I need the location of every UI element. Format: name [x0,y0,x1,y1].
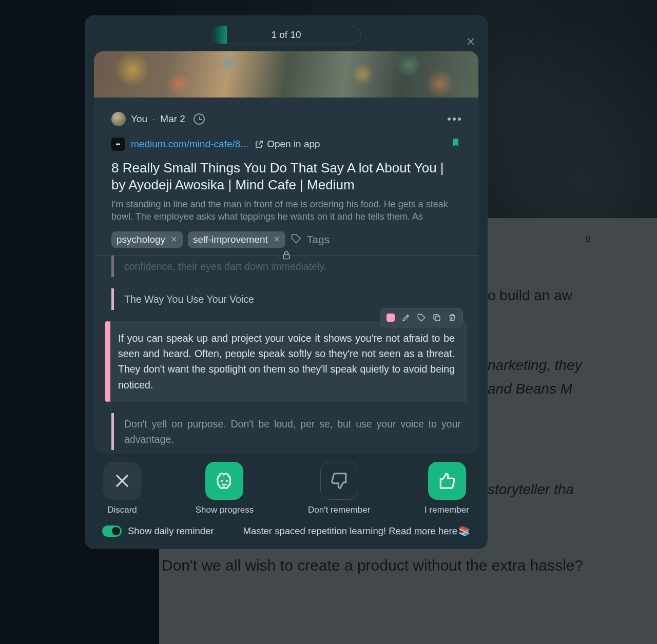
pencil-icon [401,313,411,322]
close-button[interactable] [465,36,476,47]
dont-remember-label: Don't remember [308,505,370,515]
show-progress-label: Show progress [196,505,254,515]
edit-button[interactable] [400,311,412,324]
show-progress-button[interactable] [205,462,243,500]
bookmark-icon [451,136,461,149]
tag-chip[interactable]: self-improvement [188,231,285,248]
trash-icon [448,313,457,322]
action-row: Discard Show progress Don't remember [94,454,478,515]
progress-label: 1 of 10 [212,26,360,44]
source-link[interactable]: medium.com/mind-cafe/8... [131,139,248,150]
highlight-item[interactable]: confidence, their eyes dart down immedia… [111,256,461,277]
thumbs-down-icon [330,471,349,491]
books-emoji-icon: 📚 [458,525,470,536]
source-row: •• medium.com/mind-cafe/8... Open in app [111,136,461,151]
daily-reminder-label: Show daily reminder [128,525,214,537]
copy-icon [432,313,441,322]
brain-icon [215,471,234,491]
more-menu-button[interactable] [448,118,461,121]
card-hero-image [94,51,478,97]
delete-button[interactable] [446,311,458,324]
color-picker-button[interactable] [384,311,397,324]
date-label: Mar 2 [160,113,185,125]
svg-point-3 [226,480,228,482]
svg-point-2 [221,480,223,482]
x-icon [112,471,132,491]
tag-icon [417,313,426,322]
close-icon [466,36,476,47]
article-title: 8 Really Small Things You Do That Say A … [111,160,461,193]
svg-rect-1 [435,316,440,321]
external-link-icon [255,140,264,149]
author-label: You [131,113,147,125]
remove-tag-button[interactable] [170,234,178,245]
discard-label: Discard [107,505,137,515]
highlight-card: You · Mar 2 •• medium.com/mind-cafe/8...… [94,51,478,454]
favicon: •• [111,138,125,151]
tags-input[interactable]: Tags [307,233,330,246]
tags-row: psychology self-improvement Tags [111,231,461,248]
tag-button[interactable] [415,311,428,324]
remove-tag-button[interactable] [273,234,280,245]
clock-icon [194,113,205,125]
progress-bar: 1 of 10 [212,26,361,44]
color-swatch-icon [387,314,395,322]
bookmark-button[interactable] [451,136,461,151]
promo-text: Master spaced repetition learning! [243,525,389,536]
thumbs-up-icon [437,471,457,491]
remember-label: I remember [424,505,469,515]
card-meta: You · Mar 2 [111,112,461,126]
dont-remember-button[interactable] [320,462,358,500]
read-more-link[interactable]: Read more here [389,525,457,536]
highlight-toolbar [380,308,463,327]
article-excerpt: I'm standing in line and the man in fron… [111,198,461,223]
highlight-item-current[interactable]: If you can speak up and project your voi… [105,321,467,402]
highlights-list: confidence, their eyes dart down immedia… [111,256,461,451]
tag-chip[interactable]: psychology [111,231,183,248]
highlight-item[interactable]: The Way You Use Your Voice [111,288,461,310]
tag-icon [291,233,302,246]
review-modal: 1 of 10 You · Mar 2 •• medium.com/mind-c… [85,15,488,549]
discard-button[interactable] [103,462,141,500]
daily-reminder-toggle[interactable] [102,525,122,537]
open-in-app-button[interactable]: Open in app [255,139,320,150]
highlight-item[interactable]: Don't yell on purpose. Don't be loud, pe… [111,413,461,450]
copy-button[interactable] [431,311,443,324]
remember-button[interactable] [428,462,466,500]
modal-footer: Show daily reminder Master spaced repeti… [94,515,478,540]
avatar [111,112,126,126]
